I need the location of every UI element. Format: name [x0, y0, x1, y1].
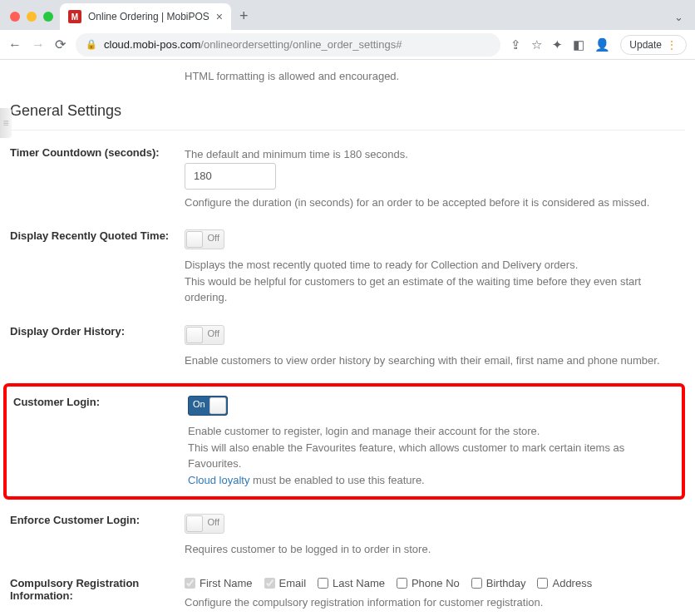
reload-button[interactable]: ⟳ — [55, 37, 66, 52]
compulsory-help: Configure the compulsory registration in… — [185, 594, 685, 611]
checkbox-first-name[interactable] — [185, 578, 195, 589]
url-path: /onlineordersetting/online_order_setting… — [200, 38, 402, 51]
timer-input[interactable] — [185, 163, 276, 190]
forward-button: → — [32, 37, 45, 52]
cloud-loyalty-link[interactable]: Cloud loyalty — [188, 474, 249, 486]
address-bar[interactable]: 🔒 cloud.mobi-pos.com/onlineordersetting/… — [76, 33, 500, 57]
chk-phone[interactable]: Phone No — [397, 577, 460, 589]
label-customer-login: Customer Login: — [13, 396, 188, 488]
chk-birthday[interactable]: Birthday — [471, 577, 526, 589]
update-label: Update — [629, 39, 662, 51]
row-quoted-time: Display Recently Quoted Time: Off Displa… — [10, 222, 685, 318]
favicon-icon: M — [68, 10, 81, 23]
minimize-window-icon[interactable] — [27, 12, 37, 22]
page-title: General Settings — [10, 97, 685, 130]
enforce-login-help: Requires customer to be logged in to ord… — [185, 541, 685, 558]
profile-icon[interactable]: 👤 — [594, 37, 610, 52]
browser-toolbar: ← → ⟳ 🔒 cloud.mobi-pos.com/onlineorderse… — [0, 30, 695, 60]
html-format-note: HTML formatting is allowed and encourage… — [185, 60, 685, 97]
toggle-enforce-login[interactable]: Off — [185, 514, 224, 534]
customer-login-help1: Enable customer to register, login and m… — [188, 423, 677, 440]
label-compulsory: Compulsory Registration Information: — [10, 577, 185, 611]
label-timer: Timer Countdown (seconds): — [10, 146, 185, 210]
divider — [10, 130, 685, 131]
url-host: cloud.mobi-pos.com — [104, 38, 200, 51]
chk-first-name[interactable]: First Name — [185, 577, 253, 589]
extensions-icon[interactable]: ✦ — [552, 37, 563, 52]
timer-help-top: The default and minimum time is 180 seco… — [185, 146, 685, 163]
row-enforce-login: Enforce Customer Login: Off Requires cus… — [10, 506, 685, 569]
menu-dots-icon: ⋮ — [667, 39, 678, 51]
order-history-help: Enable customers to view order history b… — [185, 352, 685, 369]
row-compulsory: Compulsory Registration Information: Fir… — [10, 569, 685, 617]
bookmark-icon[interactable]: ☆ — [531, 37, 542, 52]
update-button[interactable]: Update ⋮ — [620, 35, 687, 55]
toggle-quoted-time[interactable]: Off — [185, 229, 224, 249]
row-timer: Timer Countdown (seconds): The default a… — [10, 139, 685, 222]
chk-email[interactable]: Email — [264, 577, 307, 589]
new-tab-button[interactable]: + — [231, 7, 257, 30]
checkbox-last-name[interactable] — [318, 578, 328, 589]
tab-title: Online Ordering | MobiPOS — [88, 11, 209, 22]
chk-address[interactable]: Address — [537, 577, 592, 589]
checkbox-address[interactable] — [537, 578, 548, 589]
row-customer-login: Customer Login: On Enable customer to re… — [12, 392, 677, 491]
close-window-icon[interactable] — [10, 12, 20, 22]
checkbox-phone[interactable] — [397, 578, 407, 589]
checkbox-email[interactable] — [264, 578, 275, 589]
side-drawer-handle[interactable]: ≡ — [0, 108, 12, 138]
tabs-menu-icon[interactable]: ⌄ — [669, 11, 688, 30]
label-order-history: Display Order History: — [10, 325, 185, 369]
side-panel-icon[interactable]: ◧ — [573, 37, 584, 52]
row-order-history: Display Order History: Off Enable custom… — [10, 318, 685, 381]
customer-login-help2: This will also enable the Favourites fea… — [188, 440, 677, 472]
highlight-customer-login: Customer Login: On Enable customer to re… — [3, 383, 685, 500]
checkbox-birthday[interactable] — [471, 578, 482, 589]
maximize-window-icon[interactable] — [43, 12, 53, 22]
chk-last-name[interactable]: Last Name — [318, 577, 385, 589]
share-icon[interactable]: ⇪ — [510, 37, 521, 52]
label-quoted-time: Display Recently Quoted Time: — [10, 229, 185, 306]
label-enforce-login: Enforce Customer Login: — [10, 514, 185, 558]
lock-icon: 🔒 — [86, 39, 97, 50]
close-tab-icon[interactable]: × — [216, 10, 223, 23]
quoted-time-help1: Displays the most recently quoted time t… — [185, 257, 685, 274]
timer-help-bottom: Configure the duration (in seconds) for … — [185, 195, 685, 211]
window-controls — [7, 12, 60, 30]
toggle-order-history[interactable]: Off — [185, 325, 224, 345]
back-button[interactable]: ← — [8, 37, 22, 52]
toggle-customer-login[interactable]: On — [188, 396, 228, 416]
browser-tab[interactable]: M Online Ordering | MobiPOS × — [60, 3, 231, 30]
customer-login-help3: Cloud loyalty must be enabled to use thi… — [188, 472, 677, 489]
browser-tab-strip: M Online Ordering | MobiPOS × + ⌄ — [0, 0, 695, 30]
quoted-time-help2: This would be helpful for customers to g… — [185, 274, 685, 306]
